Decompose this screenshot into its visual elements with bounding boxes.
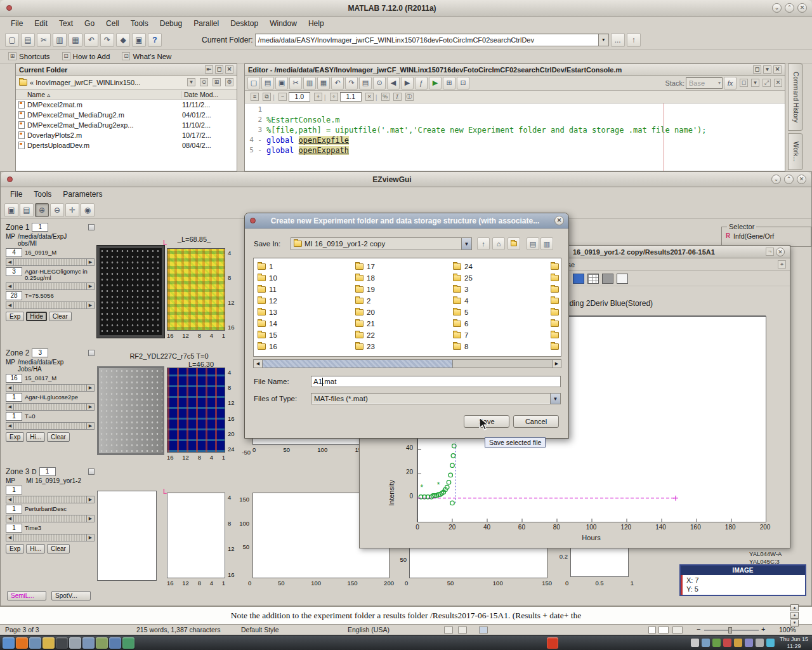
pan-hand-icon[interactable]: ✛: [65, 203, 79, 217]
panel-icon[interactable]: [617, 274, 628, 284]
paste-icon[interactable]: ▦: [69, 33, 82, 47]
zone3-field-2[interactable]: 1: [6, 505, 22, 514]
undo-icon[interactable]: ↶: [84, 33, 98, 47]
folder-item[interactable]: 14: [258, 318, 353, 329]
file-manager-icon[interactable]: [29, 637, 41, 649]
folder-item[interactable]: 18: [355, 272, 450, 284]
slider-track[interactable]: [14, 403, 86, 411]
slider-left-icon[interactable]: ◀: [6, 515, 14, 522]
volume-icon[interactable]: [691, 639, 699, 647]
folder-item[interactable]: 11: [258, 284, 353, 295]
cut-icon[interactable]: ✂: [289, 77, 302, 90]
hide-button[interactable]: Hi...: [26, 544, 45, 554]
folder-item[interactable]: 4: [453, 295, 548, 307]
zone3-index-field[interactable]: 1: [39, 467, 56, 476]
zoom-out-icon[interactable]: ⊖: [50, 203, 64, 217]
save-in-combo[interactable]: MI 16_0919_yor1-2 copy ▼: [291, 237, 472, 250]
open-icon[interactable]: ▤: [261, 77, 274, 90]
slider-right-icon[interactable]: ▶: [86, 282, 95, 290]
folder-item[interactable]: 17: [355, 261, 450, 272]
folder-item[interactable]: 25: [453, 272, 548, 284]
compare-icon[interactable]: ⧉: [263, 93, 271, 101]
copy-icon[interactable]: ▥: [53, 33, 67, 47]
folder-item[interactable]: [551, 329, 561, 341]
column-name[interactable]: Name ▵: [16, 91, 181, 98]
chevron-down-icon[interactable]: ▾: [751, 79, 759, 87]
menu-item[interactable]: Text: [53, 17, 79, 30]
up-folder-icon[interactable]: ↑: [627, 33, 641, 47]
zone3-field-3[interactable]: 1: [6, 524, 22, 533]
percent-comment-icon[interactable]: %: [381, 93, 390, 101]
zone-slider[interactable]: ◀▶: [6, 302, 95, 309]
folder-item[interactable]: [551, 272, 561, 284]
display-icon[interactable]: [766, 639, 775, 647]
folder-item[interactable]: 2: [355, 295, 450, 307]
mail-icon[interactable]: [723, 639, 731, 647]
gray-square-icon[interactable]: [602, 274, 613, 284]
matlab-taskbar-icon[interactable]: [547, 637, 558, 649]
exp-button[interactable]: Exp: [6, 432, 24, 442]
increase-size-icon[interactable]: +: [314, 93, 322, 101]
menu-item[interactable]: Cell: [100, 17, 125, 30]
undock-icon[interactable]: ⤢: [763, 79, 771, 87]
zone1-field-1[interactable]: 4: [6, 248, 22, 257]
tab-command-history[interactable]: Command History: [788, 63, 803, 131]
print-icon[interactable]: ▤: [359, 77, 372, 90]
folder-item[interactable]: [551, 295, 561, 307]
zone-slider[interactable]: ◀▶: [6, 258, 95, 266]
folder-item[interactable]: [551, 284, 561, 295]
list-view-icon[interactable]: ▤: [527, 237, 539, 250]
percent-uncomment-icon[interactable]: ⁒: [393, 93, 402, 101]
indent-icon[interactable]: ≡: [251, 93, 259, 101]
forward-icon[interactable]: ▶: [401, 77, 414, 90]
dialog-titlebar[interactable]: Create new Experiment folder and data st…: [245, 213, 568, 229]
slider-right-icon[interactable]: ▶: [86, 422, 95, 430]
zone-slider[interactable]: ◀▶: [6, 384, 95, 392]
clipboard-icon[interactable]: [756, 639, 764, 647]
search-icon[interactable]: ⊙: [200, 78, 208, 86]
save-icon[interactable]: ▣: [275, 77, 288, 90]
text-editor-icon[interactable]: [69, 637, 81, 649]
folder-item[interactable]: 22: [355, 329, 450, 341]
size-field-2[interactable]: 1.1: [340, 92, 362, 102]
grid-icon[interactable]: [88, 468, 95, 475]
view-icon[interactable]: ⊞: [213, 78, 221, 86]
clock[interactable]: Thu Jun 15 11:29: [780, 636, 808, 650]
screenshot-icon[interactable]: [82, 637, 95, 649]
close-panel-icon[interactable]: ✕: [773, 65, 782, 74]
how-to-add-link[interactable]: ⊡How to Add: [60, 52, 110, 60]
folder-item[interactable]: [551, 307, 561, 318]
print-icon[interactable]: ▤: [20, 203, 34, 217]
app-menu-icon[interactable]: [3, 637, 15, 649]
menu-item[interactable]: File: [5, 17, 29, 30]
zone-slider[interactable]: ◀▶: [6, 515, 95, 522]
slider-track[interactable]: [14, 302, 86, 309]
slider-right-icon[interactable]: ▶: [86, 534, 95, 541]
whats-new-link[interactable]: ⊡What's New: [120, 52, 171, 60]
file-name-input[interactable]: A1.mat: [311, 376, 561, 387]
zoom-level[interactable]: 100%: [779, 626, 796, 633]
restore-icon[interactable]: ◻: [740, 79, 748, 87]
chevron-down-icon[interactable]: ▾: [187, 78, 195, 86]
paste-icon[interactable]: ▦: [317, 77, 330, 90]
folder-item[interactable]: 5: [453, 307, 548, 318]
terminal-icon[interactable]: [56, 637, 68, 649]
close-icon[interactable]: ✕: [774, 79, 782, 87]
chevron-down-icon[interactable]: ▾: [763, 65, 771, 74]
folder-item[interactable]: 24: [453, 261, 548, 272]
data-cursor-icon[interactable]: ◉: [81, 203, 95, 217]
folder-item[interactable]: [551, 261, 561, 272]
matlab-titlebar[interactable]: MATLAB 7.12.0 (R2011a) ⌄ ⌃ ✕: [0, 0, 812, 17]
folder-item[interactable]: 23: [355, 341, 450, 352]
insert-cell-icon[interactable]: ⊞: [443, 77, 455, 90]
minimize-icon[interactable]: ¬: [766, 248, 774, 256]
file-table-header[interactable]: Name ▵ Date Mod...: [16, 90, 237, 100]
slider-right-icon[interactable]: ▶: [86, 515, 95, 522]
scroll-right-icon[interactable]: ▶: [552, 360, 561, 368]
folder-item[interactable]: 6: [453, 318, 548, 329]
close-icon[interactable]: ✕: [797, 3, 807, 13]
network-icon[interactable]: [702, 639, 710, 647]
document-strip[interactable]: Note the addition to the experiment fold…: [0, 606, 812, 624]
single-page-view-icon[interactable]: [648, 627, 656, 633]
slider-track[interactable]: [14, 496, 86, 503]
